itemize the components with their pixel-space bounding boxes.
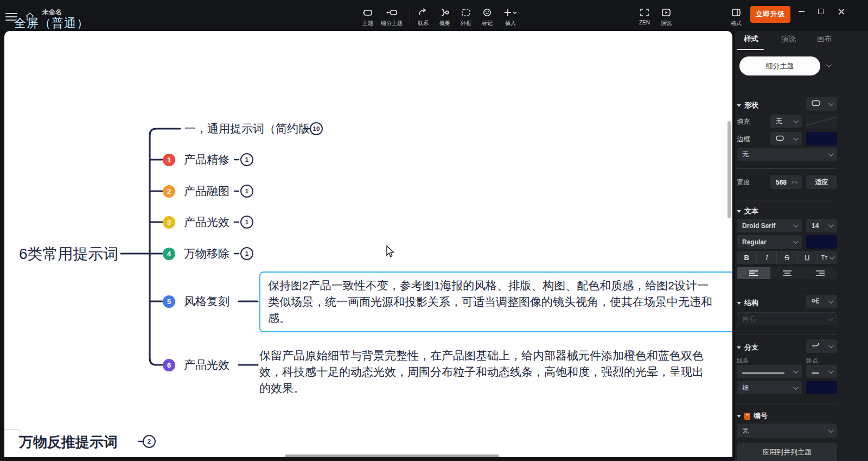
line-style-dropdown[interactable] — [737, 365, 802, 378]
solid-line-icon — [737, 368, 793, 375]
text-case-button[interactable]: Tт — [818, 251, 837, 264]
width-input[interactable]: 568 PX — [770, 175, 802, 189]
collapse-triangle-icon — [737, 415, 741, 418]
textbox-line: 类似场景，统一画面光源和投影关系，可适当调整图像的镜头视角，使其在场景中无违和 — [268, 294, 732, 310]
horizontal-scrollbar[interactable] — [285, 454, 499, 457]
textbox-line: 感。 — [268, 310, 732, 326]
collapse-count-badge[interactable]: 1 — [240, 216, 253, 229]
selected-element-type[interactable]: 细分主题 — [739, 56, 820, 75]
number-marker[interactable]: 4 — [163, 248, 175, 260]
font-size-dropdown[interactable]: 14 — [806, 219, 837, 232]
collapse-count-badge[interactable]: 2 — [143, 435, 156, 448]
align-left-button[interactable] — [737, 267, 770, 279]
topic-label[interactable]: 产品光效 — [184, 214, 229, 230]
chevron-down-icon — [793, 368, 799, 374]
style-panel: 样式 演说 画布 细分主题 形状 填充 无 边框 无 — [735, 31, 868, 461]
topic-label[interactable]: 产品光效 — [184, 357, 229, 372]
toolbar-format-button[interactable]: 格式 — [719, 7, 754, 27]
section-text[interactable]: 文本 — [737, 206, 758, 216]
mindmap-structure-icon — [806, 298, 828, 306]
chevron-down-icon[interactable] — [826, 62, 832, 67]
collapse-count-badge[interactable]: 10 — [310, 122, 323, 135]
bold-button[interactable]: B — [737, 251, 757, 264]
chevron-down-icon — [828, 100, 834, 106]
floating-topic[interactable]: 万物反推提示词 — [19, 433, 118, 452]
fullscreen-caption: 全屏（普通） — [14, 15, 89, 31]
toolbar-present-button[interactable]: 演说 — [649, 7, 684, 27]
window-maximize-button[interactable] — [814, 5, 828, 17]
direction-dropdown[interactable]: 向右 — [737, 312, 837, 325]
upgrade-button[interactable]: 立即升级 — [750, 6, 790, 23]
root-topic[interactable]: 6类常用提示词 — [19, 244, 119, 264]
numbering-icon — [744, 413, 750, 420]
border-width-dropdown[interactable]: 无 — [737, 148, 837, 161]
font-family-dropdown[interactable]: Droid Serif — [737, 219, 802, 232]
number-marker[interactable]: 2 — [163, 185, 175, 198]
branch-curve-icon — [806, 342, 828, 350]
section-branch[interactable]: 分支 — [737, 343, 758, 352]
textbox-line: 保持图2产品一致性不变，参考图1海报的风格、排版、构图、配色和质感，给图2设计一 — [268, 277, 732, 294]
divider — [737, 403, 837, 403]
paragraph-line: 保留产品原始细节与背景完整性，在产品图基础上，给内部器械元件添加橙色和蓝色双色 — [259, 348, 732, 364]
active-tab-underline — [737, 49, 764, 50]
align-right-button[interactable] — [803, 267, 837, 279]
tab-style[interactable]: 样式 — [744, 34, 758, 44]
section-structure[interactable]: 结构 — [737, 298, 758, 308]
fit-button[interactable]: 适应 — [806, 175, 837, 189]
number-marker[interactable]: 5 — [163, 295, 175, 308]
fill-style-dropdown[interactable]: 无 — [770, 115, 802, 128]
border-label: 边框 — [737, 135, 750, 144]
topic-label[interactable]: 产品融图 — [184, 184, 229, 199]
window-close-button[interactable] — [834, 5, 848, 17]
collapse-triangle-icon — [737, 104, 741, 107]
border-color-swatch[interactable] — [806, 132, 837, 146]
fill-label: 填充 — [737, 117, 750, 127]
numbering-dropdown[interactable]: 无 — [737, 424, 837, 438]
number-marker[interactable]: 3 — [163, 216, 175, 229]
font-color-swatch[interactable] — [806, 235, 837, 249]
mindmap-canvas[interactable]: 6类常用提示词 一，通用提示词（简约版） 10 1 产品精修 1 2 产品融图 … — [4, 31, 732, 457]
tab-canvas[interactable]: 画布 — [817, 34, 832, 44]
collapse-triangle-icon — [737, 210, 741, 213]
chevron-down-icon — [793, 384, 799, 390]
strikethrough-button[interactable]: S — [777, 251, 797, 264]
collapse-count-badge[interactable]: 1 — [240, 247, 253, 260]
section-numbering[interactable]: 编号 — [737, 411, 768, 421]
number-marker[interactable]: 1 — [163, 154, 175, 166]
unit-label: PX — [792, 180, 798, 185]
line-weight-dropdown[interactable]: 细 — [737, 381, 802, 394]
italic-button[interactable]: I — [757, 251, 777, 264]
tab-present[interactable]: 演说 — [781, 34, 796, 44]
paragraph-line: 的效果。 — [259, 380, 732, 396]
chevron-down-icon — [793, 222, 799, 228]
dash-icon — [806, 368, 828, 375]
underline-button[interactable]: U — [797, 251, 818, 264]
chevron-down-icon — [793, 118, 799, 123]
apply-to-siblings-button[interactable]: 应用到并列主题 — [737, 443, 837, 461]
border-style-dropdown[interactable] — [770, 132, 802, 146]
structure-type-dropdown[interactable] — [806, 295, 837, 308]
shape-style-dropdown[interactable] — [806, 97, 837, 111]
vertical-scrollbar[interactable] — [727, 121, 731, 218]
section-shape[interactable]: 形状 — [737, 100, 758, 110]
number-marker[interactable]: 6 — [163, 359, 175, 371]
toolbar-insert-button[interactable]: 插入 — [493, 7, 528, 27]
branch-shape-dropdown[interactable] — [806, 339, 837, 353]
collapse-count-badge[interactable]: 1 — [240, 185, 253, 198]
selected-topic-textbox[interactable]: 保持图2产品一致性不变，参考图1海报的风格、排版、构图、配色和质感，给图2设计一… — [259, 271, 732, 332]
endpoint-style-dropdown[interactable] — [806, 365, 837, 378]
align-center-button[interactable] — [770, 267, 804, 279]
topic-label[interactable]: 产品精修 — [184, 152, 229, 167]
divider — [737, 288, 837, 288]
font-weight-dropdown[interactable]: Regular — [737, 235, 802, 249]
line-color-swatch[interactable] — [806, 381, 837, 394]
topic-paragraph[interactable]: 保留产品原始细节与背景完整性，在产品图基础上，给内部器械元件添加橙色和蓝色双色 … — [259, 348, 732, 396]
collapse-count-badge[interactable]: 1 — [240, 153, 253, 166]
window-minimize-button[interactable] — [794, 5, 808, 17]
divider — [737, 334, 837, 335]
topic-label[interactable]: 风格复刻 — [184, 294, 229, 309]
toolbar-subtopic-button[interactable]: 细分主题 — [374, 7, 409, 27]
topic-label[interactable]: 万物移除 — [184, 246, 229, 261]
fill-color-swatch[interactable] — [806, 115, 837, 128]
topic-label[interactable]: 一，通用提示词（简约版） — [184, 121, 321, 136]
